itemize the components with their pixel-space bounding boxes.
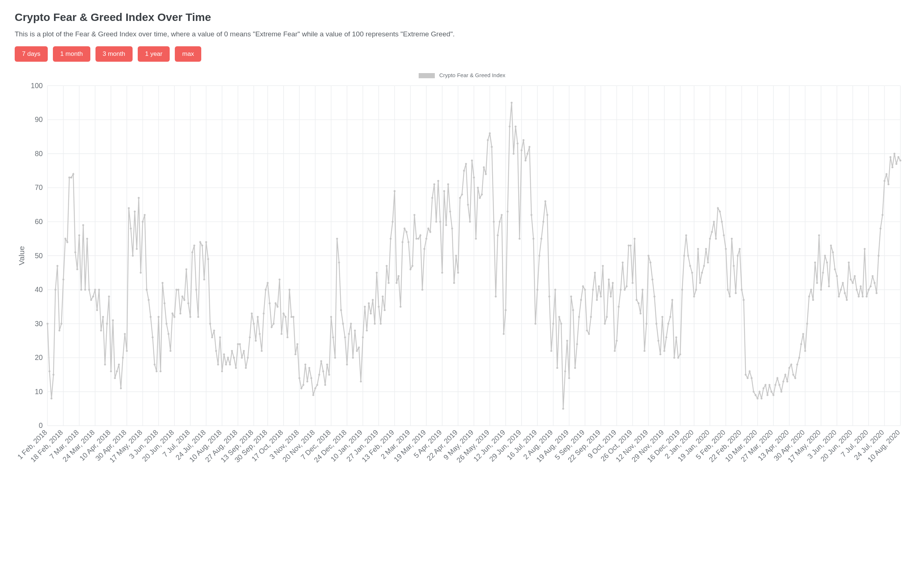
svg-point-232 (243, 350, 244, 352)
svg-point-497 (769, 384, 771, 386)
svg-point-462 (699, 282, 701, 284)
svg-point-554 (881, 214, 883, 216)
svg-point-429 (633, 237, 635, 239)
svg-text:60: 60 (35, 218, 43, 225)
svg-point-298 (374, 323, 376, 325)
svg-point-147 (74, 251, 76, 253)
svg-point-475 (725, 248, 727, 250)
svg-point-418 (612, 282, 614, 284)
svg-point-203 (186, 269, 187, 270)
svg-point-208 (195, 289, 197, 290)
svg-point-191 (162, 282, 164, 284)
svg-point-474 (723, 234, 724, 236)
svg-point-485 (745, 374, 747, 376)
range-7-days-button[interactable]: 7 days (15, 46, 48, 62)
svg-point-311 (400, 306, 401, 307)
svg-point-214 (207, 258, 209, 260)
svg-point-453 (681, 289, 683, 290)
range-1-year-button[interactable]: 1 year (138, 46, 170, 62)
svg-point-413 (602, 265, 604, 267)
svg-point-392 (560, 323, 562, 325)
svg-point-334 (445, 224, 447, 226)
svg-point-417 (610, 296, 612, 298)
svg-text:10: 10 (35, 388, 43, 395)
svg-point-201 (182, 296, 183, 298)
svg-point-186 (152, 337, 153, 338)
svg-point-275 (328, 374, 330, 376)
svg-point-281 (340, 309, 342, 311)
svg-point-494 (762, 388, 764, 389)
svg-point-218 (215, 350, 217, 352)
svg-point-283 (344, 337, 346, 338)
range-1-month-button[interactable]: 1 month (53, 46, 90, 62)
svg-point-556 (885, 173, 887, 175)
svg-point-322 (421, 289, 423, 290)
svg-point-134 (48, 370, 50, 372)
svg-point-256 (291, 316, 292, 318)
svg-point-307 (392, 221, 393, 222)
svg-point-534 (842, 282, 844, 284)
svg-point-171 (122, 357, 124, 359)
svg-point-509 (792, 374, 794, 376)
svg-point-317 (411, 265, 413, 267)
svg-point-209 (197, 316, 199, 318)
svg-point-166 (112, 319, 114, 321)
svg-point-531 (836, 275, 838, 277)
legend-swatch-icon (418, 73, 435, 78)
svg-point-374 (524, 159, 526, 161)
svg-point-483 (741, 289, 742, 290)
svg-point-205 (189, 316, 191, 318)
svg-point-525 (824, 255, 826, 257)
svg-point-499 (772, 394, 774, 396)
svg-point-160 (100, 329, 102, 331)
svg-point-399 (574, 367, 576, 369)
svg-point-239 (257, 316, 258, 318)
svg-point-245 (269, 302, 271, 304)
svg-point-529 (832, 251, 834, 253)
svg-point-220 (219, 337, 221, 338)
svg-point-432 (640, 313, 642, 314)
svg-point-470 (715, 237, 717, 239)
svg-point-522 (818, 234, 820, 236)
svg-point-331 (439, 221, 441, 222)
legend-label: Crypto Fear & Greed Index (439, 72, 506, 78)
svg-point-178 (136, 248, 138, 250)
svg-point-382 (541, 237, 542, 239)
svg-point-456 (687, 255, 689, 257)
svg-point-412 (600, 296, 602, 298)
svg-point-352 (481, 194, 483, 195)
svg-text:40: 40 (35, 286, 43, 293)
svg-point-419 (614, 350, 615, 352)
svg-point-463 (701, 272, 703, 273)
svg-point-258 (294, 353, 296, 355)
svg-point-161 (102, 316, 104, 318)
svg-point-326 (429, 231, 431, 233)
svg-point-444 (663, 350, 665, 352)
svg-point-164 (108, 296, 110, 298)
svg-point-549 (872, 275, 873, 277)
svg-point-477 (729, 296, 731, 298)
svg-point-159 (98, 289, 100, 290)
svg-point-466 (707, 261, 709, 263)
svg-point-233 (245, 367, 247, 369)
svg-point-505 (784, 374, 786, 376)
svg-point-384 (544, 200, 546, 202)
svg-point-400 (576, 343, 578, 345)
svg-point-373 (523, 139, 524, 141)
range-3-month-button[interactable]: 3 month (96, 46, 133, 62)
svg-point-199 (177, 289, 179, 290)
svg-point-244 (267, 282, 268, 284)
svg-point-437 (650, 261, 651, 263)
svg-point-213 (205, 241, 207, 243)
svg-point-364 (505, 309, 506, 311)
svg-point-457 (689, 265, 691, 267)
svg-point-187 (153, 364, 155, 365)
svg-point-135 (51, 397, 52, 399)
svg-point-538 (850, 278, 852, 280)
svg-point-526 (826, 261, 828, 263)
range-max-button[interactable]: max (175, 46, 201, 62)
svg-point-228 (235, 367, 237, 369)
svg-point-406 (588, 333, 590, 335)
svg-point-154 (88, 289, 90, 290)
svg-point-354 (485, 173, 487, 175)
